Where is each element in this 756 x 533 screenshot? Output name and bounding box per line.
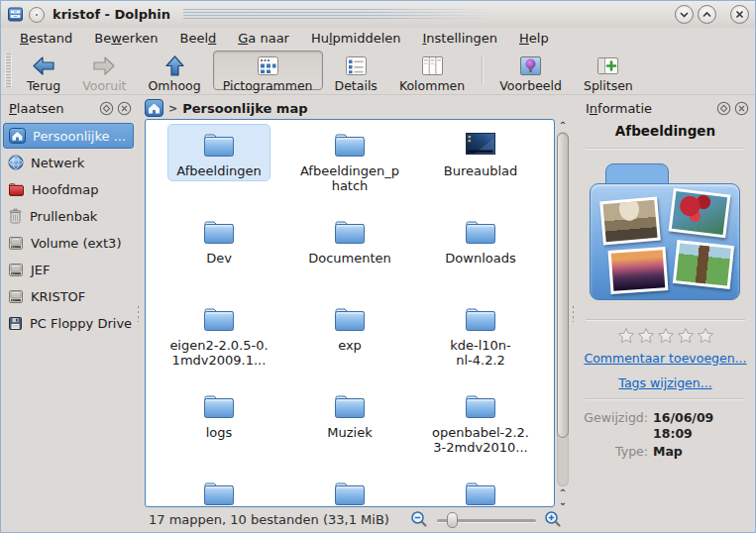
photo-thumb-sunset: [608, 247, 669, 294]
close-button[interactable]: [730, 5, 749, 24]
folder-item-documenten[interactable]: Documenten: [284, 211, 415, 298]
folder-item[interactable]: [415, 473, 546, 507]
folder-item-muziek[interactable]: Muziek: [284, 385, 415, 473]
toolbar-button-pictogrammen[interactable]: Pictogrammen: [213, 51, 323, 90]
information-panel-title: Informatie: [586, 101, 652, 116]
toolbar-button-splitsen[interactable]: Splitsen: [574, 51, 643, 90]
infopanel-splitter[interactable]: [571, 95, 576, 532]
star-rating[interactable]: [580, 327, 751, 344]
toolbar-button-omhoog[interactable]: Omhoog: [139, 51, 211, 90]
status-text: 17 mappen, 10 bestanden (33,1 MiB): [149, 512, 410, 527]
folder-item-dev[interactable]: Dev: [154, 211, 284, 298]
add-comment-link[interactable]: Commentaar toevoegen...: [580, 351, 751, 366]
folder-item[interactable]: [154, 473, 284, 507]
place-item-volume-ext3[interactable]: Volume (ext3): [3, 230, 134, 256]
place-item-pc-floppy-drive[interactable]: PC Floppy Drive: [3, 310, 134, 336]
desktop-icon: [463, 130, 498, 160]
toolbar-drag-handle[interactable]: [5, 53, 12, 87]
title-bar[interactable]: kristof - Dolphin: [1, 1, 755, 28]
menu-hulpmiddelen[interactable]: Hulpmiddelen: [300, 30, 412, 47]
network-globe-icon: [8, 155, 24, 170]
menu-bestand[interactable]: Bestand: [9, 30, 83, 47]
place-label: JEF: [31, 263, 51, 277]
maximize-button[interactable]: [698, 5, 716, 24]
folder-preview-icon: [580, 161, 751, 310]
zoom-out-icon[interactable]: [410, 510, 429, 529]
folder-item-bureaublad[interactable]: Bureaublad: [415, 124, 546, 211]
places-close-icon[interactable]: [117, 101, 132, 116]
toolbar-button-vooruit[interactable]: Vooruit: [72, 51, 136, 90]
places-detach-icon[interactable]: [99, 101, 114, 116]
window-shade-button[interactable]: [29, 7, 45, 23]
folder-item-kde-l10n-nl-4-2-2[interactable]: kde-l10n-nl-4.2.2: [415, 298, 546, 385]
hard-drive-icon: [8, 289, 24, 304]
folder-item-exp[interactable]: exp: [284, 298, 415, 385]
folder-item-afbeeldingen-phatch[interactable]: Afbeeldingen_phatch: [284, 124, 415, 211]
metadata-label: Type:: [580, 444, 653, 460]
folder-item-openbabel-2-2-3-2mdv2010[interactable]: openbabel-2.2.3-2mdv2010...: [415, 385, 546, 473]
folder-icon: [201, 304, 237, 334]
place-item-netwerk[interactable]: Netwerk: [3, 150, 134, 175]
star-icon[interactable]: [637, 327, 655, 344]
menu-instellingen[interactable]: Instellingen: [412, 30, 509, 47]
place-item-jef[interactable]: JEF: [3, 257, 134, 282]
place-item-persoonlijke[interactable]: Persoonlijke ...: [3, 123, 134, 149]
folder-item-label: Afbeeldingen: [176, 163, 261, 178]
minimize-button[interactable]: [675, 5, 694, 24]
trash-can-icon: [8, 208, 23, 224]
view-columns-icon: [420, 54, 445, 77]
scrollbar-track[interactable]: [557, 132, 569, 486]
zoom-slider-handle[interactable]: [447, 512, 458, 528]
change-tags-link[interactable]: Tags wijzigen...: [580, 375, 751, 390]
sidebar-splitter[interactable]: [136, 95, 141, 532]
breadcrumb-separator: >: [168, 102, 177, 115]
folder-item-eigen2-2-0-5-0-1mdv2009-1[interactable]: eigen2-2.0.5-0.1mdv2009.1...: [154, 298, 284, 385]
folder-item-afbeeldingen[interactable]: Afbeeldingen: [154, 124, 284, 211]
folder-item-label: logs: [206, 425, 233, 440]
toolbar-button-label: Omhoog: [149, 78, 201, 93]
folder-icon: [332, 130, 368, 160]
scroll-down-icon[interactable]: ⌄: [559, 497, 567, 506]
zoom-in-icon[interactable]: [544, 510, 563, 529]
view-split-icon: [595, 54, 620, 77]
toolbar-button-kolommen[interactable]: Kolommen: [389, 51, 475, 90]
menu-beeld[interactable]: Beeld: [168, 30, 227, 47]
toolbar-button-voorbeeld[interactable]: Voorbeeld: [489, 51, 572, 90]
place-item-prullenbak[interactable]: Prullenbak: [3, 203, 134, 229]
breadcrumb-current-folder[interactable]: Persoonlijke map: [182, 101, 307, 116]
place-item-kristof[interactable]: KRISTOF: [3, 283, 134, 309]
star-icon[interactable]: [657, 327, 675, 344]
metadata-value: Map: [653, 444, 732, 460]
vertical-scrollbar[interactable]: ⌃ ⌃ ⌄: [555, 119, 571, 507]
metadata-field: Gewijzigd: 16/06/09 18:09: [580, 410, 751, 442]
star-icon[interactable]: [697, 327, 714, 344]
home-folder-icon: [9, 128, 26, 144]
place-item-hoofdmap[interactable]: Hoofdmap: [3, 176, 134, 202]
toolbar-button-details[interactable]: Details: [325, 51, 387, 90]
scroll-up-icon[interactable]: ⌃: [559, 121, 567, 130]
toolbar-button-label: Voorbeeld: [499, 78, 562, 93]
scrollbar-thumb[interactable]: [557, 133, 569, 438]
photo-thumb-tree: [673, 240, 734, 289]
main-toolbar: Terug Vooruit Omhoog Pictogrammen Detail…: [1, 49, 755, 94]
folder-view[interactable]: Afbeeldingen Afbeeldingen_phatch Bureaub…: [145, 119, 555, 507]
toolbar-button-terug[interactable]: Terug: [17, 51, 70, 90]
toolbar-separator: [482, 55, 483, 85]
places-panel: Plaatsen Persoonlijke ... Netwerk Hoofdm…: [1, 95, 136, 532]
breadcrumb-home-button[interactable]: [145, 99, 163, 117]
folder-item-label: exp: [338, 338, 362, 353]
folder-item-label: openbabel-2.2.3-2mdv2010...: [432, 425, 529, 455]
folder-item-label: Dev: [206, 251, 232, 266]
information-detach-icon[interactable]: [716, 101, 731, 116]
menu-bewerken[interactable]: Bewerken: [83, 30, 168, 47]
information-close-icon[interactable]: [734, 101, 749, 116]
folder-item[interactable]: [284, 473, 415, 507]
folder-item-downloads[interactable]: Downloads: [415, 211, 546, 298]
star-icon[interactable]: [677, 327, 695, 344]
toolbar-button-label: Pictogrammen: [223, 78, 313, 93]
zoom-slider[interactable]: [437, 511, 536, 529]
star-icon[interactable]: [617, 327, 635, 344]
folder-item-logs[interactable]: logs: [154, 385, 284, 473]
menu-ga-naar[interactable]: Ga naar: [227, 30, 300, 47]
menu-help[interactable]: Help: [508, 30, 560, 47]
